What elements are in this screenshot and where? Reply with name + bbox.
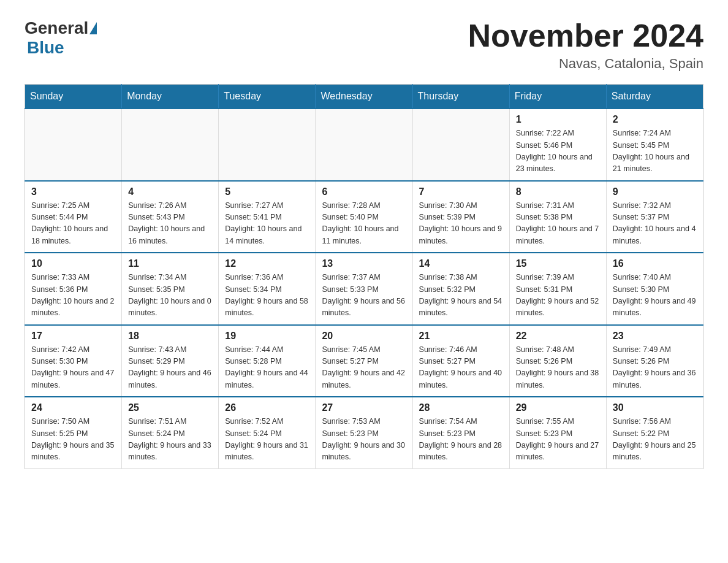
day-info: Sunrise: 7:54 AMSunset: 5:23 PMDaylight:… <box>419 416 503 464</box>
calendar-cell: 2Sunrise: 7:24 AMSunset: 5:45 PMDaylight… <box>606 109 703 181</box>
day-number: 5 <box>225 186 309 197</box>
day-info: Sunrise: 7:55 AMSunset: 5:23 PMDaylight:… <box>516 416 600 464</box>
calendar-cell: 13Sunrise: 7:37 AMSunset: 5:33 PMDayligh… <box>316 253 412 325</box>
calendar-cell: 23Sunrise: 7:49 AMSunset: 5:26 PMDayligh… <box>606 325 703 397</box>
day-info: Sunrise: 7:28 AMSunset: 5:40 PMDaylight:… <box>322 200 406 248</box>
day-number: 27 <box>322 402 406 413</box>
location-subtitle: Navas, Catalonia, Spain <box>468 56 703 72</box>
calendar-cell: 11Sunrise: 7:34 AMSunset: 5:35 PMDayligh… <box>122 253 219 325</box>
logo-triangle-icon <box>89 22 97 34</box>
calendar-cell: 20Sunrise: 7:45 AMSunset: 5:27 PMDayligh… <box>316 325 412 397</box>
day-info: Sunrise: 7:26 AMSunset: 5:43 PMDaylight:… <box>128 200 212 248</box>
day-info: Sunrise: 7:50 AMSunset: 5:25 PMDaylight:… <box>31 416 115 464</box>
day-number: 8 <box>516 186 600 197</box>
calendar-cell: 18Sunrise: 7:43 AMSunset: 5:29 PMDayligh… <box>122 325 219 397</box>
day-info: Sunrise: 7:43 AMSunset: 5:29 PMDaylight:… <box>128 344 212 392</box>
day-number: 14 <box>419 258 503 269</box>
day-info: Sunrise: 7:31 AMSunset: 5:38 PMDaylight:… <box>516 200 600 248</box>
day-number: 6 <box>322 186 406 197</box>
day-number: 10 <box>31 258 115 269</box>
weekday-header-sunday: Sunday <box>25 85 122 109</box>
calendar-week-row: 24Sunrise: 7:50 AMSunset: 5:25 PMDayligh… <box>25 397 703 469</box>
calendar-cell: 28Sunrise: 7:54 AMSunset: 5:23 PMDayligh… <box>412 397 509 469</box>
day-number: 13 <box>322 258 406 269</box>
day-info: Sunrise: 7:38 AMSunset: 5:32 PMDaylight:… <box>419 272 503 320</box>
day-info: Sunrise: 7:51 AMSunset: 5:24 PMDaylight:… <box>128 416 212 464</box>
calendar-week-row: 10Sunrise: 7:33 AMSunset: 5:36 PMDayligh… <box>25 253 703 325</box>
day-info: Sunrise: 7:32 AMSunset: 5:37 PMDaylight:… <box>613 200 697 248</box>
day-number: 11 <box>128 258 212 269</box>
calendar-cell: 24Sunrise: 7:50 AMSunset: 5:25 PMDayligh… <box>25 397 122 469</box>
day-info: Sunrise: 7:46 AMSunset: 5:27 PMDaylight:… <box>419 344 503 392</box>
day-info: Sunrise: 7:25 AMSunset: 5:44 PMDaylight:… <box>31 200 115 248</box>
day-info: Sunrise: 7:53 AMSunset: 5:23 PMDaylight:… <box>322 416 406 464</box>
day-info: Sunrise: 7:56 AMSunset: 5:22 PMDaylight:… <box>613 416 697 464</box>
day-number: 9 <box>613 186 697 197</box>
day-number: 15 <box>516 258 600 269</box>
day-info: Sunrise: 7:22 AMSunset: 5:46 PMDaylight:… <box>516 128 600 175</box>
title-area: November 2024 Navas, Catalonia, Spain <box>468 18 703 72</box>
calendar-cell: 10Sunrise: 7:33 AMSunset: 5:36 PMDayligh… <box>25 253 122 325</box>
calendar-cell: 30Sunrise: 7:56 AMSunset: 5:22 PMDayligh… <box>606 397 703 469</box>
calendar-week-row: 1Sunrise: 7:22 AMSunset: 5:46 PMDaylight… <box>25 109 703 181</box>
calendar-cell: 16Sunrise: 7:40 AMSunset: 5:30 PMDayligh… <box>606 253 703 325</box>
day-number: 1 <box>516 114 600 125</box>
calendar-cell: 14Sunrise: 7:38 AMSunset: 5:32 PMDayligh… <box>412 253 509 325</box>
logo: General Blue <box>25 18 98 58</box>
day-number: 2 <box>613 114 697 125</box>
logo-blue-text: Blue <box>27 38 64 57</box>
calendar-cell <box>412 109 509 181</box>
calendar-cell: 6Sunrise: 7:28 AMSunset: 5:40 PMDaylight… <box>316 181 412 253</box>
calendar-cell: 26Sunrise: 7:52 AMSunset: 5:24 PMDayligh… <box>219 397 316 469</box>
day-number: 21 <box>419 331 503 342</box>
day-number: 3 <box>31 186 115 197</box>
header: General Blue November 2024 Navas, Catalo… <box>25 18 703 72</box>
day-info: Sunrise: 7:24 AMSunset: 5:45 PMDaylight:… <box>613 128 697 175</box>
day-info: Sunrise: 7:52 AMSunset: 5:24 PMDaylight:… <box>225 416 309 464</box>
calendar-cell: 29Sunrise: 7:55 AMSunset: 5:23 PMDayligh… <box>509 397 606 469</box>
day-number: 30 <box>613 402 697 413</box>
day-number: 18 <box>128 331 212 342</box>
calendar-cell: 27Sunrise: 7:53 AMSunset: 5:23 PMDayligh… <box>316 397 412 469</box>
day-info: Sunrise: 7:36 AMSunset: 5:34 PMDaylight:… <box>225 272 309 320</box>
calendar-cell <box>122 109 219 181</box>
calendar-cell: 7Sunrise: 7:30 AMSunset: 5:39 PMDaylight… <box>412 181 509 253</box>
calendar-cell: 8Sunrise: 7:31 AMSunset: 5:38 PMDaylight… <box>509 181 606 253</box>
weekday-header-friday: Friday <box>509 85 606 109</box>
day-info: Sunrise: 7:34 AMSunset: 5:35 PMDaylight:… <box>128 272 212 320</box>
calendar-cell: 12Sunrise: 7:36 AMSunset: 5:34 PMDayligh… <box>219 253 316 325</box>
day-number: 12 <box>225 258 309 269</box>
day-info: Sunrise: 7:44 AMSunset: 5:28 PMDaylight:… <box>225 344 309 392</box>
calendar-cell <box>316 109 412 181</box>
calendar-cell: 3Sunrise: 7:25 AMSunset: 5:44 PMDaylight… <box>25 181 122 253</box>
day-number: 28 <box>419 402 503 413</box>
month-year-title: November 2024 <box>468 18 703 53</box>
calendar-cell: 4Sunrise: 7:26 AMSunset: 5:43 PMDaylight… <box>122 181 219 253</box>
day-number: 24 <box>31 402 115 413</box>
day-info: Sunrise: 7:48 AMSunset: 5:26 PMDaylight:… <box>516 344 600 392</box>
calendar-cell: 22Sunrise: 7:48 AMSunset: 5:26 PMDayligh… <box>509 325 606 397</box>
day-number: 23 <box>613 331 697 342</box>
weekday-header-tuesday: Tuesday <box>219 85 316 109</box>
day-number: 25 <box>128 402 212 413</box>
calendar-cell: 25Sunrise: 7:51 AMSunset: 5:24 PMDayligh… <box>122 397 219 469</box>
day-number: 26 <box>225 402 309 413</box>
day-number: 29 <box>516 402 600 413</box>
calendar-cell: 5Sunrise: 7:27 AMSunset: 5:41 PMDaylight… <box>219 181 316 253</box>
day-info: Sunrise: 7:33 AMSunset: 5:36 PMDaylight:… <box>31 272 115 320</box>
calendar-cell: 19Sunrise: 7:44 AMSunset: 5:28 PMDayligh… <box>219 325 316 397</box>
calendar-cell: 17Sunrise: 7:42 AMSunset: 5:30 PMDayligh… <box>25 325 122 397</box>
calendar-table: SundayMondayTuesdayWednesdayThursdayFrid… <box>25 84 703 469</box>
logo-general-text: General <box>25 18 88 38</box>
calendar-cell <box>25 109 122 181</box>
day-info: Sunrise: 7:37 AMSunset: 5:33 PMDaylight:… <box>322 272 406 320</box>
calendar-week-row: 3Sunrise: 7:25 AMSunset: 5:44 PMDaylight… <box>25 181 703 253</box>
calendar-cell: 21Sunrise: 7:46 AMSunset: 5:27 PMDayligh… <box>412 325 509 397</box>
day-info: Sunrise: 7:42 AMSunset: 5:30 PMDaylight:… <box>31 344 115 392</box>
day-number: 7 <box>419 186 503 197</box>
day-info: Sunrise: 7:30 AMSunset: 5:39 PMDaylight:… <box>419 200 503 248</box>
day-info: Sunrise: 7:39 AMSunset: 5:31 PMDaylight:… <box>516 272 600 320</box>
day-number: 22 <box>516 331 600 342</box>
day-info: Sunrise: 7:49 AMSunset: 5:26 PMDaylight:… <box>613 344 697 392</box>
weekday-header-monday: Monday <box>122 85 219 109</box>
